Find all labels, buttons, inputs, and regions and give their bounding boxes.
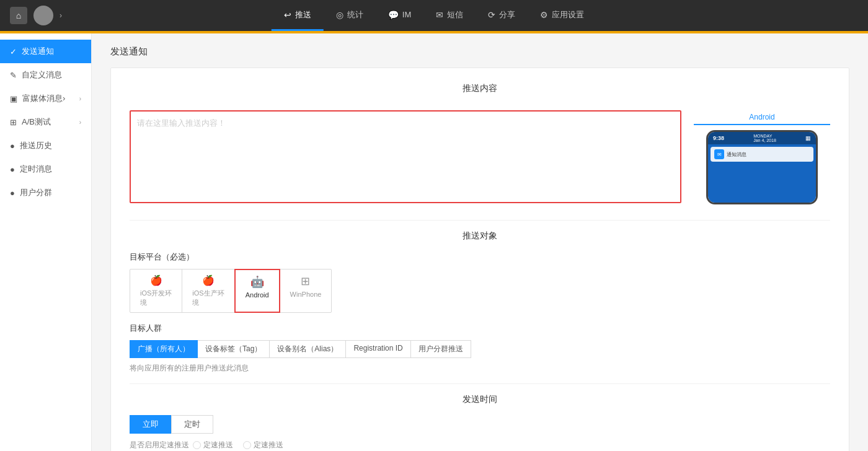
push-icon: ↩ [284, 10, 291, 20]
settings-icon: ⚙ [540, 10, 548, 20]
audience-tab-reg-id[interactable]: Registration ID [345, 340, 410, 358]
express-delivery: 是否启用定速推送 定速推送 定速推送 [130, 440, 830, 450]
platform-winphone[interactable]: ⊞ WinPhone [280, 269, 332, 313]
im-icon: 💬 [388, 10, 399, 20]
ab-test-icon: ⊞ [10, 118, 17, 127]
ios-prod-icon: 🍎 [202, 274, 215, 286]
phone-signal: ▦ [805, 135, 811, 141]
sidebar-item-send-notify[interactable]: ✓ 发送通知 [0, 40, 91, 63]
sidebar-item-ab-test-label: A/B测试 [22, 116, 51, 128]
nav-sms-label: 短信 [447, 9, 463, 20]
phone-preview: Android 9:38 MONDAYJan 4, 2018 ▦ ✉ 通知消息 [694, 110, 830, 205]
custom-msg-icon: ✎ [10, 71, 17, 80]
audience-tabs: 广播（所有人） 设备标签（Tag） 设备别名（Alias） Registrati… [130, 340, 830, 358]
phone-os-tab-android[interactable]: Android [739, 110, 784, 124]
audience-desc: 将向应用所有的注册用户推送此消息 [130, 363, 830, 374]
audience-label: 目标人群 [130, 323, 830, 334]
radio-group: 定速推送 定速推送 [193, 440, 283, 450]
sidebar-item-send-notify-label: 发送通知 [22, 46, 54, 57]
push-content-area: Android 9:38 MONDAYJan 4, 2018 ▦ ✉ 通知消息 [130, 110, 830, 205]
winphone-icon: ⊞ [301, 274, 310, 288]
phone-time: 9:38 [713, 135, 724, 141]
top-nav: ↩ 推送 ◎ 统计 💬 IM ✉ 短信 ⟳ 分享 ⚙ 应用设置 [272, 0, 596, 31]
top-bar-left: ⌂ › [0, 6, 72, 25]
radio-yes-input[interactable] [243, 441, 251, 449]
share-icon: ⟳ [488, 10, 495, 20]
push-target-title: 推送对象 [130, 230, 830, 242]
nav-stats-label: 统计 [347, 9, 363, 20]
phone-date: MONDAYJan 4, 2018 [753, 134, 776, 142]
android-icon: 🤖 [250, 275, 264, 289]
stats-icon: ◎ [336, 10, 343, 20]
content-textarea-wrap [130, 110, 681, 205]
platform-android[interactable]: 🤖 Android [234, 269, 280, 313]
home-icon[interactable]: ⌂ [10, 7, 27, 24]
phone-mockup: 9:38 MONDAYJan 4, 2018 ▦ ✉ 通知消息 [706, 130, 818, 204]
sidebar-item-push-history-label: 推送历史 [20, 140, 52, 151]
sidebar-item-push-history[interactable]: ● 推送历史 [0, 134, 91, 157]
page-title: 发送通知 [110, 46, 849, 58]
platform-android-label: Android [246, 291, 269, 299]
platform-ios-prod[interactable]: 🍎 iOS生产环境 [182, 269, 234, 313]
radio-yes-label: 定速推送 [254, 440, 283, 450]
nav-sms[interactable]: ✉ 短信 [423, 0, 476, 31]
audience-tab-device-tag[interactable]: 设备标签（Tag） [197, 340, 270, 358]
notif-app-icon: ✉ [714, 149, 724, 159]
sidebar-item-custom-msg[interactable]: ✎ 自定义消息 [0, 63, 91, 87]
push-content-title: 推送内容 [130, 83, 830, 100]
platform-ios-dev-label: iOS开发环境 [140, 289, 172, 307]
push-content-textarea[interactable] [130, 110, 681, 203]
main-content: 发送通知 推送内容 Android 9:38 MONDAYJ [92, 33, 868, 451]
platform-winphone-label: WinPhone [290, 291, 322, 298]
express-delivery-label: 是否启用定速推送 [130, 440, 189, 450]
sidebar-item-scheduled[interactable]: ● 定时消息 [0, 157, 91, 181]
scheduled-icon: ● [10, 165, 15, 174]
user-segment-icon: ● [10, 188, 15, 198]
sms-icon: ✉ [436, 10, 443, 20]
sidebar-item-user-segment[interactable]: ● 用户分群 [0, 181, 91, 204]
nav-settings[interactable]: ⚙ 应用设置 [528, 0, 596, 31]
ab-test-arrow: › [79, 119, 81, 126]
layout: ✓ 发送通知 ✎ 自定义消息 ▣ 富媒体消息› › ⊞ A/B测试 › ● 推送… [0, 33, 868, 451]
send-notify-icon: ✓ [10, 47, 17, 56]
send-time-immediate[interactable]: 立即 [130, 415, 172, 434]
nav-stats[interactable]: ◎ 统计 [324, 0, 376, 31]
platform-label: 目标平台（必选） [130, 252, 830, 263]
sidebar-item-rich-media[interactable]: ▣ 富媒体消息› › [0, 87, 91, 110]
platform-ios-prod-label: iOS生产环境 [192, 289, 224, 307]
radio-yes[interactable]: 定速推送 [243, 440, 283, 450]
radio-no-input[interactable] [193, 441, 201, 449]
rich-media-icon: ▣ [10, 94, 17, 103]
main-card: 推送内容 Android 9:38 MONDAYJan 4, 2018 [110, 68, 849, 451]
nav-im-label: IM [402, 10, 411, 19]
send-time-scheduled[interactable]: 定时 [171, 415, 213, 434]
notif-text: 通知消息 [727, 151, 746, 158]
nav-share[interactable]: ⟳ 分享 [476, 0, 528, 31]
phone-os-tabs: Android [694, 110, 830, 125]
nav-share-label: 分享 [499, 9, 515, 20]
nav-settings-label: 应用设置 [552, 9, 584, 20]
platform-ios-dev[interactable]: 🍎 iOS开发环境 [130, 269, 182, 313]
sidebar-item-scheduled-label: 定时消息 [20, 164, 52, 175]
audience-tab-user-segment[interactable]: 用户分群推送 [410, 340, 471, 358]
nav-push-label: 推送 [295, 9, 311, 20]
nav-im[interactable]: 💬 IM [376, 0, 423, 31]
breadcrumb-arrow: › [60, 11, 62, 20]
audience-tab-broadcast[interactable]: 广播（所有人） [130, 340, 198, 358]
push-history-icon: ● [10, 141, 15, 151]
send-time-title: 发送时间 [130, 394, 830, 405]
nav-push[interactable]: ↩ 推送 [272, 0, 324, 31]
phone-screen: 9:38 MONDAYJan 4, 2018 ▦ ✉ 通知消息 [708, 132, 816, 203]
phone-notification: ✉ 通知消息 [711, 147, 813, 162]
radio-no[interactable]: 定速推送 [193, 440, 233, 450]
top-bar: ⌂ › ↩ 推送 ◎ 统计 💬 IM ✉ 短信 ⟳ 分享 ⚙ 应用设置 [0, 0, 868, 31]
sidebar-item-ab-test[interactable]: ⊞ A/B测试 › [0, 110, 91, 134]
avatar [33, 6, 53, 25]
send-time-tabs: 立即 定时 [130, 415, 830, 434]
platform-options: 🍎 iOS开发环境 🍎 iOS生产环境 🤖 Android ⊞ WinPhone [130, 269, 830, 313]
rich-media-arrow: › [79, 95, 81, 102]
section-divider-2 [130, 383, 830, 384]
audience-tab-device-alias[interactable]: 设备别名（Alias） [269, 340, 346, 358]
ios-dev-icon: 🍎 [150, 274, 162, 286]
sidebar-item-custom-msg-label: 自定义消息 [22, 69, 62, 81]
